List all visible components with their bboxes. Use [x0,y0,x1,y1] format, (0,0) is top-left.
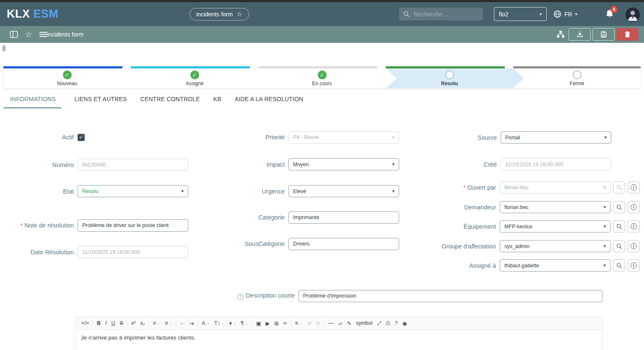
step-current-icon [445,71,454,79]
notification-badge: 4 [610,6,618,13]
sous-categorie-input[interactable]: Drivers [288,238,399,250]
tab-informations[interactable]: INFORMATIONS [3,96,61,108]
info-icon: i [631,262,637,269]
cree-input[interactable]: 11/10/2025 19:16:00.000 [501,158,611,170]
step-en-cours[interactable]: ✓ En cours [258,66,386,88]
user-avatar[interactable] [626,8,640,22]
help-icon: ? [237,294,244,300]
ouvert-par-info-button[interactable]: i [628,181,640,193]
notifications-button[interactable]: 4 [605,9,614,19]
preview-icon[interactable]: ◉ [402,320,407,326]
field-date-resolution: Date Résolution 11/10/2025 19:18:00.000 [0,246,188,258]
insert-image-icon[interactable]: ▣ [256,320,261,326]
font-color-icon[interactable]: A⌄ [202,320,210,326]
chevron-down-icon: ▾ [603,263,606,268]
fullscreen-icon[interactable]: ⤢ [377,320,382,326]
urgence-select[interactable]: Elevé▾ [288,185,399,197]
attachments-button[interactable] [1,44,7,53]
workflow-button[interactable] [555,26,566,43]
impact-select[interactable]: Moyen▾ [288,158,399,170]
demandeur-info-button[interactable]: i [628,201,640,213]
bold-icon[interactable]: B [97,320,101,326]
equipement-lookup-button[interactable] [613,220,625,232]
chevron-down-icon: ⌄ [157,321,161,325]
ouvert-par-lookup-button[interactable] [613,181,625,193]
step-assigne[interactable]: ✓ Assigné [131,66,258,88]
format-paint-icon[interactable]: ✎ [347,320,351,326]
tab-kb[interactable]: KB [213,96,221,108]
paragraph-format-icon[interactable]: ¶⌄ [241,320,248,326]
underline-icon[interactable]: U [112,320,115,326]
ordered-list-icon[interactable]: ≡⌄ [165,320,172,326]
insert-video-icon[interactable]: ▶ [266,320,270,326]
tab-centre-controle[interactable]: CENTRE CONTROLE [140,96,200,108]
insert-link-icon[interactable]: ∞ [283,320,287,326]
required-marker: * [21,222,23,229]
favorite-star-icon[interactable]: ☆ [236,10,242,18]
insert-table-icon[interactable]: ⊞ [274,320,278,326]
align-icon[interactable]: ≡⌄ [295,320,303,326]
demandeur-lookup-button[interactable] [613,201,625,213]
field-label: Équipement [414,223,496,230]
step-ferme[interactable]: Fermé [513,66,641,88]
superscript-icon[interactable]: x² [131,320,135,326]
categorie-input[interactable]: Imprimante [288,212,399,224]
groupe-affectation-info-button[interactable]: i [628,240,640,252]
global-search[interactable] [399,8,483,21]
priorite-select[interactable]: P4 - Basse▾ [288,131,399,144]
note-de-resolution-input[interactable]: Problème de driver sur le poste client [78,219,188,232]
italic-icon[interactable]: I [105,320,106,326]
search-icon [616,185,622,191]
field-urgence: Urgence Elevé▾ [212,185,399,198]
field-label: Numéro [0,162,74,168]
editor-content[interactable]: Je n'arrive pas à imprimer les factures … [76,330,602,350]
demandeur-select[interactable]: florian.bec▾ [500,201,610,213]
search-icon [616,243,622,249]
toggle-sidebar-button[interactable] [8,26,19,43]
save-button[interactable] [592,28,615,41]
step-done-icon: ✓ [318,71,327,79]
search-input[interactable] [413,10,473,18]
equipement-info-button[interactable]: i [628,220,640,232]
indent-icon[interactable]: ⇥ [190,320,194,326]
field-categorie: Categorie Imprimante [212,211,399,224]
assigne-a-select[interactable]: thibaut.gabette▾ [500,259,610,272]
ouvert-par-select[interactable]: florian.bec▾ [500,181,610,193]
groupe-affectation-lookup-button[interactable] [613,240,625,252]
assigne-a-lookup-button[interactable] [613,259,625,272]
description-courte-input[interactable]: Problème d'impression [299,290,602,302]
workflow-stepper: ✓ Nouveau ✓ Assigné ✓ En cours Resolu Fe… [3,66,641,88]
highlight-color-icon[interactable]: ♦⌄ [229,320,236,326]
export-button[interactable] [569,28,591,41]
etat-select[interactable]: Resolu▾ [78,185,188,197]
groupe-affectation-select[interactable]: sys_admin▾ [500,240,610,252]
subscript-icon[interactable]: x₂ [140,320,145,326]
tab-liens-et-autres[interactable]: LIENS ET AUTRES [75,96,127,108]
eraser-icon[interactable]: ▱ [338,320,343,326]
numero-input[interactable]: INC00040 [78,159,188,171]
field-label: Etat [0,188,74,195]
tab-aide-a-la-resolution[interactable]: AIDE A LA RESOLUTION [235,96,304,108]
assigne-a-info-button[interactable]: i [628,259,640,272]
unordered-list-icon[interactable]: ≡⌄ [153,320,161,326]
actif-checkbox[interactable]: ✓ [78,134,85,141]
horizontal-rule-icon[interactable]: — [328,320,334,326]
favorite-button[interactable]: ☆ [23,26,34,43]
outdent-icon: ⇤ [180,320,184,326]
code-view-icon[interactable]: </> [81,320,89,326]
line-height-icon[interactable]: T↕⌄ [214,320,224,326]
help-icon[interactable]: ? [395,320,398,326]
delete-button[interactable] [616,28,639,41]
print-icon[interactable]: ⎙ [386,320,390,326]
language-select[interactable]: FR ▾ [553,10,577,18]
step-nouveau[interactable]: ✓ Nouveau [3,66,131,88]
workspace-select[interactable]: flo2 ▾ [494,7,547,21]
equipement-select[interactable]: MFP-keolux▾ [500,220,610,232]
strikethrough-icon[interactable]: S [120,320,123,326]
special-characters-icon[interactable]: symbol [356,320,373,326]
date-resolution-input[interactable]: 11/10/2025 19:18:00.000 [78,246,188,258]
step-resolu[interactable]: Resolu [386,66,513,88]
search-icon [616,263,622,269]
source-select[interactable]: Portail▾ [501,131,611,144]
current-form-pill[interactable]: incidents form ☆ [190,8,249,21]
